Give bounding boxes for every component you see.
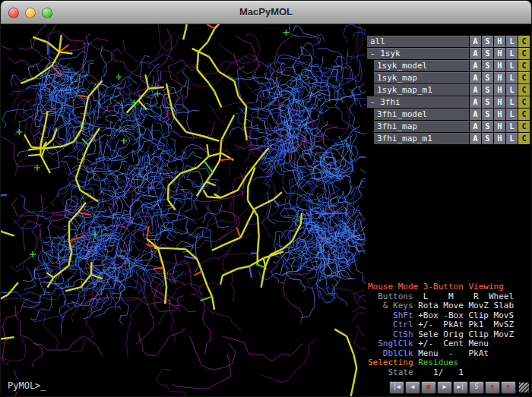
object-name-button[interactable]: 1syk_model <box>374 60 469 71</box>
vcr-controls: |◀ ◀ ■ ▶ ▶| S ▼ ▼ <box>366 380 531 397</box>
menu-right-button[interactable]: ▼ <box>501 381 516 394</box>
object-list: all A S H L C - 1syk A S H L C 1syk_mode… <box>366 24 531 145</box>
color-button[interactable]: C <box>518 96 530 108</box>
color-button[interactable]: C <box>518 109 530 120</box>
hide-button[interactable]: H <box>494 84 505 96</box>
object-name-button[interactable]: - 3fhi <box>367 96 469 108</box>
prompt-label: PyMOL> <box>8 380 40 391</box>
label-button[interactable]: L <box>506 133 518 144</box>
action-button[interactable]: A <box>470 133 481 144</box>
hide-button[interactable]: H <box>494 36 505 47</box>
label-button[interactable]: L <box>506 84 518 96</box>
command-prompt[interactable]: PyMOL>_ <box>5 380 49 392</box>
object-row-1syk-model: 1syk_model A S H L C <box>367 60 530 71</box>
action-button[interactable]: A <box>470 84 481 96</box>
label-button[interactable]: L <box>506 96 518 108</box>
color-button[interactable]: C <box>518 60 530 71</box>
action-button[interactable]: A <box>470 96 481 108</box>
object-name-button[interactable]: - 1syk <box>367 48 469 59</box>
object-name-button[interactable]: 1syk_map <box>374 72 469 83</box>
hide-button[interactable]: H <box>494 121 505 132</box>
color-button[interactable]: C <box>518 121 530 132</box>
object-row-3fhi-map: 3fhi_map A S H L C <box>367 121 530 132</box>
label-button[interactable]: L <box>506 121 518 132</box>
close-button[interactable] <box>8 8 19 18</box>
action-button[interactable]: A <box>470 109 481 120</box>
action-button[interactable]: A <box>470 48 481 59</box>
show-button[interactable]: S <box>482 133 493 144</box>
hide-button[interactable]: H <box>494 48 505 59</box>
label-button[interactable]: L <box>506 48 518 59</box>
action-button[interactable]: A <box>470 36 481 47</box>
minimize-button[interactable] <box>25 8 36 18</box>
show-button[interactable]: S <box>482 72 493 83</box>
object-row-1syk-map: 1syk_map A S H L C <box>367 72 530 83</box>
titlebar[interactable]: MacPyMOL <box>1 1 531 24</box>
show-button[interactable]: S <box>482 84 493 96</box>
object-row-all: all A S H L C <box>367 36 530 47</box>
action-button[interactable]: A <box>470 72 481 83</box>
sidebar-spacer <box>366 145 531 282</box>
object-row-3fhi-model: 3fhi_model A S H L C <box>367 109 530 120</box>
hide-button[interactable]: H <box>494 109 505 120</box>
show-button[interactable]: S <box>482 109 493 120</box>
object-name-button[interactable]: 3fhi_map <box>374 121 469 132</box>
show-button[interactable]: S <box>482 96 493 108</box>
object-row-1syk-map-m1: 1syk_map_m1 A S H L C <box>367 84 530 96</box>
menu-left-button[interactable]: ▼ <box>485 381 500 394</box>
label-button[interactable]: L <box>506 36 518 47</box>
step-back-button[interactable]: ◀ <box>405 381 420 394</box>
zoom-button[interactable] <box>42 8 52 18</box>
action-button[interactable]: A <box>470 121 481 132</box>
object-row-1syk-group: - 1syk A S H L C <box>367 48 530 59</box>
go-to-start-button[interactable]: |◀ <box>389 381 404 394</box>
resize-grip[interactable] <box>519 383 529 392</box>
state-indicator: State 1/ 1 <box>368 368 531 378</box>
label-button[interactable]: L <box>506 60 518 71</box>
object-name-button[interactable]: 1syk_map_m1 <box>374 84 469 96</box>
main-content: PyMOL>_ all A S H L C - 1syk A S H L <box>1 24 531 397</box>
scene-button[interactable]: S <box>469 381 484 394</box>
viewport-3d[interactable] <box>1 24 366 397</box>
hide-button[interactable]: H <box>494 72 505 83</box>
play-button[interactable]: ▶ <box>437 381 452 394</box>
sidebar: all A S H L C - 1syk A S H L C 1syk_mode… <box>366 24 531 397</box>
action-button[interactable]: A <box>470 60 481 71</box>
object-row-3fhi-group: - 3fhi A S H L C <box>367 96 530 108</box>
show-button[interactable]: S <box>482 48 493 59</box>
color-button[interactable]: C <box>518 84 530 96</box>
object-name-button[interactable]: 3fhi_map_m1 <box>374 133 469 144</box>
color-button[interactable]: C <box>518 36 530 47</box>
hide-button[interactable]: H <box>494 60 505 71</box>
object-name-button[interactable]: 3fhi_model <box>374 109 469 120</box>
label-button[interactable]: L <box>506 109 518 120</box>
macpymol-window: MacPyMOL PyMOL>_ all A S H L C - 1syk A <box>0 0 532 397</box>
hide-button[interactable]: H <box>494 133 505 144</box>
label-button[interactable]: L <box>506 72 518 83</box>
stop-button[interactable]: ■ <box>421 381 436 394</box>
window-title: MacPyMOL <box>1 1 531 24</box>
color-button[interactable]: C <box>518 48 530 59</box>
object-row-3fhi-map-m1: 3fhi_map_m1 A S H L C <box>367 133 530 144</box>
mouse-mode-panel: Mouse Mode 3-Button Viewing Buttons L M … <box>366 282 531 380</box>
show-button[interactable]: S <box>482 60 493 71</box>
viewport: PyMOL>_ <box>1 24 366 397</box>
color-button[interactable]: C <box>518 72 530 83</box>
show-button[interactable]: S <box>482 36 493 47</box>
show-button[interactable]: S <box>482 121 493 132</box>
hide-button[interactable]: H <box>494 96 505 108</box>
prompt-cursor: _ <box>40 380 46 391</box>
go-to-end-button[interactable]: ▶| <box>453 381 468 394</box>
color-button[interactable]: C <box>518 133 530 144</box>
object-name-button[interactable]: all <box>367 36 469 47</box>
